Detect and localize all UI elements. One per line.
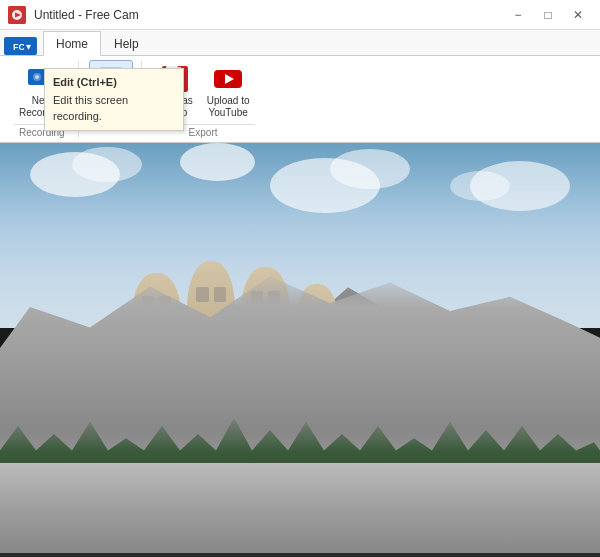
quick-access-bar: FC ▾ xyxy=(4,37,43,55)
upload-youtube-label: Upload to YouTube xyxy=(207,95,250,119)
quick-access-icon[interactable]: FC ▾ xyxy=(4,37,37,55)
scree xyxy=(0,463,600,553)
maximize-button[interactable]: □ xyxy=(534,4,562,26)
scene xyxy=(0,143,600,553)
tab-home[interactable]: Home xyxy=(43,31,101,56)
window-controls: − □ ✕ xyxy=(504,4,592,26)
minimize-button[interactable]: − xyxy=(504,4,532,26)
video-area xyxy=(0,143,600,553)
svg-text:FC: FC xyxy=(13,42,24,52)
close-button[interactable]: ✕ xyxy=(564,4,592,26)
tab-help[interactable]: Help xyxy=(101,31,152,56)
svg-point-8 xyxy=(35,75,39,79)
tooltip-title: Edit (Ctrl+E) xyxy=(53,75,175,90)
app-icon xyxy=(8,6,26,24)
ribbon-tab-bar: FC ▾ Home Help xyxy=(0,30,600,56)
upload-youtube-button[interactable]: Upload to YouTube xyxy=(202,60,255,122)
upload-youtube-icon xyxy=(212,63,244,95)
tooltip-description: Edit this screen recording. xyxy=(53,93,175,124)
title-bar-left: Untitled - Free Cam xyxy=(8,6,139,24)
window-title: Untitled - Free Cam xyxy=(34,8,139,22)
title-bar: Untitled - Free Cam − □ ✕ xyxy=(0,0,600,30)
controls-bar: ▶ ● 00:00:00:06 xyxy=(0,553,600,557)
video-scene xyxy=(0,143,600,553)
tooltip: Edit (Ctrl+E) Edit this screen recording… xyxy=(44,68,184,131)
